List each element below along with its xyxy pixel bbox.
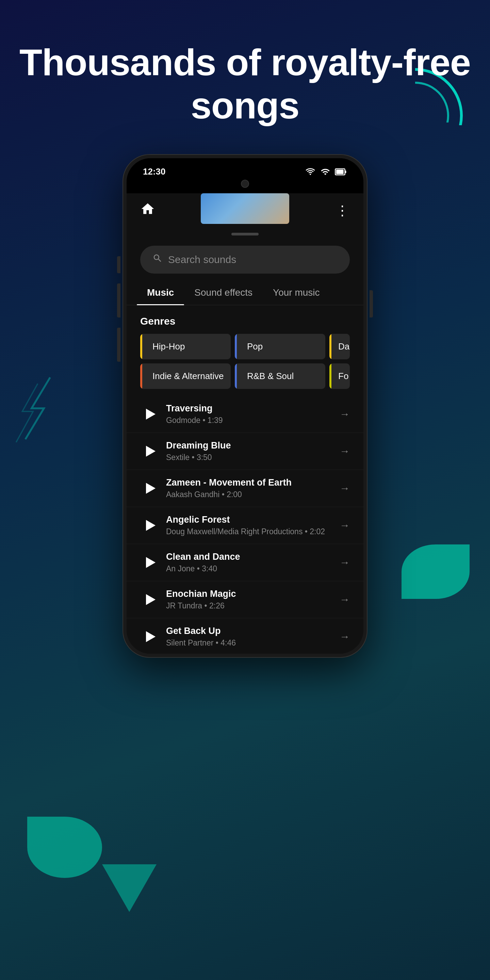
genre-card-indie[interactable]: Indie & Alternative [140,363,231,389]
genre-card-fo[interactable]: Fo [329,363,350,389]
camera-area [127,177,363,193]
track-title: Traversing [166,403,333,414]
track-meta: Doug Maxwell/Media Right Productions • 2… [166,527,333,536]
more-options-icon[interactable]: ⋮ [336,202,350,218]
play-button-get-back-up[interactable] [140,627,159,646]
phone-wrapper: 12:30 [123,154,368,658]
track-meta: An Jone • 3:40 [166,564,333,573]
play-button-clean-and-dance[interactable] [140,553,159,572]
play-icon [146,409,156,420]
tab-your-music[interactable]: Your music [263,280,330,305]
play-icon [146,520,156,531]
status-time: 12:30 [143,166,166,177]
mute-button [117,256,121,273]
play-icon [146,557,156,568]
track-title: Dreaming Blue [166,440,333,451]
track-item-enochian-magic[interactable]: Enochian Magic JR Tundra • 2:26 → [127,581,363,618]
volume-down-button [117,328,121,362]
status-bar: 12:30 [127,158,363,177]
track-arrow-icon[interactable]: → [340,445,350,457]
track-meta: JR Tundra • 2:26 [166,601,333,611]
track-info-clean-and-dance: Clean and Dance An Jone • 3:40 [159,552,340,573]
tracks-section: Traversing Godmode • 1:39 → Drea [127,392,363,654]
genre-card-pop[interactable]: Pop [235,334,325,360]
play-button-traversing[interactable] [140,404,159,424]
track-item-get-back-up[interactable]: Get Back Up Silent Partner • 4:46 → [127,618,363,654]
volume-up-button [117,283,121,318]
app-header: ⋮ [127,193,363,227]
track-arrow-icon[interactable]: → [340,594,350,605]
track-info-zameen: Zameen - Movement of Earth Aakash Gandhi… [159,477,340,499]
battery-icon [335,167,347,177]
track-info-enochian-magic: Enochian Magic JR Tundra • 2:26 [159,589,340,611]
search-icon [153,253,163,266]
tab-sound-effects[interactable]: Sound effects [184,280,263,305]
bg-decoration-triangle [102,864,156,912]
track-info-traversing: Traversing Godmode • 1:39 [159,403,340,425]
genre-card-da[interactable]: Da [329,334,350,360]
track-info-dreaming-blue: Dreaming Blue Sextile • 3:50 [159,440,340,462]
play-icon [146,631,156,642]
track-item-clean-and-dance[interactable]: Clean and Dance An Jone • 3:40 → [127,544,363,581]
track-arrow-icon[interactable]: → [340,520,350,531]
track-item-traversing[interactable]: Traversing Godmode • 1:39 → [127,396,363,433]
track-title: Get Back Up [166,626,333,636]
wifi-icon [305,167,316,177]
track-title: Angelic Forest [166,514,333,525]
play-button-zameen[interactable] [140,479,159,498]
status-icons [305,167,347,177]
genres-section: Genres Hip-Hop Pop Da Indie & Alternativ… [127,305,363,392]
phone-screen: 12:30 [127,158,363,654]
svg-rect-1 [345,170,347,173]
header-thumbnail [201,193,289,224]
bg-decoration-wave [401,544,469,599]
track-title: Zameen - Movement of Earth [166,477,333,488]
play-button-angelic-forest[interactable] [140,516,159,535]
svg-rect-2 [336,169,344,174]
search-bar[interactable]: Search sounds [140,246,350,274]
hero-title: Thousands of royalty-free songs [0,41,490,127]
play-icon [146,594,156,605]
genre-card-rnb[interactable]: R&B & Soul [235,363,325,389]
track-meta: Godmode • 1:39 [166,416,333,425]
camera-dot [241,180,249,188]
track-item-zameen[interactable]: Zameen - Movement of Earth Aakash Gandhi… [127,470,363,507]
track-arrow-icon[interactable]: → [340,631,350,643]
genres-grid: Hip-Hop Pop Da Indie & Alternative R&B &… [140,334,350,389]
track-info-angelic-forest: Angelic Forest Doug Maxwell/Media Right … [159,514,340,536]
phone-outer: 12:30 [123,154,368,658]
drag-handle-bar [231,233,259,235]
home-icon[interactable] [140,202,155,220]
track-arrow-icon[interactable]: → [340,557,350,568]
search-placeholder: Search sounds [168,254,236,266]
track-arrow-icon[interactable]: → [340,482,350,494]
tab-music[interactable]: Music [137,280,184,305]
play-icon [146,446,156,457]
drag-handle [127,227,363,242]
track-item-dreaming-blue[interactable]: Dreaming Blue Sextile • 3:50 → [127,433,363,470]
power-button [369,290,373,318]
genres-title: Genres [140,315,350,327]
hero-section: Thousands of royalty-free songs [0,41,490,127]
track-item-angelic-forest[interactable]: Angelic Forest Doug Maxwell/Media Right … [127,507,363,544]
tabs-container: Music Sound effects Your music [127,280,363,305]
track-title: Clean and Dance [166,552,333,562]
search-container: Search sounds [127,242,363,280]
track-info-get-back-up: Get Back Up Silent Partner • 4:46 [159,626,340,648]
genre-card-hip-hop[interactable]: Hip-Hop [140,334,231,360]
track-arrow-icon[interactable]: → [340,408,350,420]
track-meta: Aakash Gandhi • 2:00 [166,490,333,499]
play-button-enochian-magic[interactable] [140,590,159,609]
signal-icon [321,167,330,177]
track-title: Enochian Magic [166,589,333,599]
play-button-dreaming-blue[interactable] [140,442,159,461]
bg-decoration-lightning [10,374,72,444]
track-meta: Sextile • 3:50 [166,453,333,462]
play-icon [146,483,156,494]
track-meta: Silent Partner • 4:46 [166,638,333,648]
bg-decoration-blob [27,817,102,878]
